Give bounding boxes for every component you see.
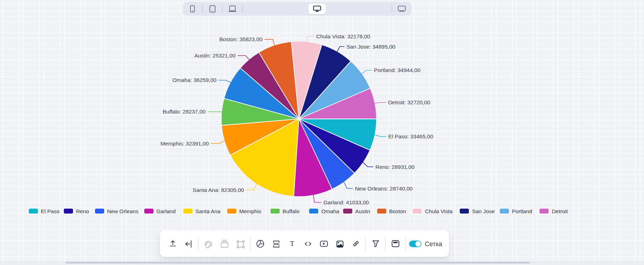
svg-text:SVG: SVG bbox=[273, 242, 279, 246]
svg-text:T: T bbox=[290, 240, 294, 247]
